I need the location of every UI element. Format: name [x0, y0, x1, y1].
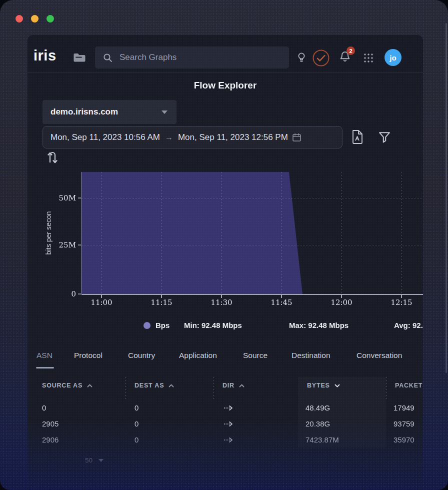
- chevron-down-icon: [98, 459, 104, 462]
- sort-desc-icon: [334, 384, 340, 388]
- table-header: SOURCE AS DEST AS DIR BYTES PACKETS: [28, 378, 423, 402]
- cell-bytes: 20.38G: [306, 416, 330, 432]
- column-separator: [126, 377, 126, 401]
- sort-asc-icon: [87, 384, 92, 388]
- page-size-select[interactable]: 50: [85, 456, 104, 464]
- flow-chart: bits per secon 11:00: [28, 35, 423, 315]
- x-tick-label: 12:00: [324, 298, 359, 307]
- legend-series-label: Bps: [156, 320, 170, 331]
- cell-bytes: 48.49G: [306, 400, 330, 416]
- gridline-vertical: [402, 172, 402, 294]
- legend-avg: Avg: 92.48 Mbps: [394, 320, 423, 331]
- cell-bytes: 7423.87M: [306, 432, 339, 448]
- legend-min: Min: 92.48 Mbps: [184, 320, 242, 331]
- direction-arrow-icon: [224, 436, 234, 444]
- col-header-bytes[interactable]: BYTES: [307, 382, 340, 389]
- tab-destination[interactable]: Destination: [292, 350, 330, 361]
- minimize-window-button[interactable]: [31, 15, 38, 22]
- cell-dest-as: 0: [134, 432, 138, 448]
- sort-asc-icon: [168, 384, 174, 388]
- tab-protocol[interactable]: Protocol: [74, 350, 102, 361]
- legend-dot-icon: [144, 322, 150, 329]
- y-tick: [78, 198, 81, 198]
- y-axis-line: [81, 172, 82, 294]
- column-separator: [214, 377, 214, 401]
- page-size-value: 50: [85, 456, 92, 464]
- cell-source-as: 2906: [42, 432, 58, 448]
- x-tick-label: 11:00: [84, 298, 119, 307]
- cell-packets: 35970: [394, 432, 414, 448]
- col-header-dest-as[interactable]: DEST AS: [134, 382, 174, 389]
- legend-max: Max: 92.48 Mbps: [289, 320, 348, 331]
- y-tick-label: 25M: [28, 240, 76, 250]
- plot-area: [82, 172, 423, 294]
- gridline-horizontal: [82, 198, 423, 198]
- table-row[interactable]: 2905 0 20.38G 93759: [28, 416, 423, 432]
- tab-source[interactable]: Source: [243, 350, 268, 361]
- gridline-horizontal: [82, 245, 423, 246]
- y-tick-label: 50M: [28, 194, 76, 202]
- tab-country[interactable]: Country: [128, 350, 155, 361]
- cell-source-as: 2905: [42, 416, 58, 432]
- x-tick-label: 11:45: [264, 298, 299, 307]
- breakdown-tabs: ASN Protocol Country Application Source …: [28, 350, 423, 370]
- tab-conversation[interactable]: Conversation: [356, 350, 402, 361]
- close-window-button[interactable]: [16, 15, 23, 22]
- y-tick-label: 0: [28, 290, 76, 298]
- bps-area-series: [82, 172, 423, 294]
- chart-legend: Bps Min: 92.48 Mbps Max: 92.48 Mbps Avg:…: [28, 320, 423, 331]
- tab-asn[interactable]: ASN: [36, 350, 52, 361]
- gridline-vertical: [102, 172, 102, 294]
- zoom-window-button[interactable]: [46, 15, 54, 22]
- macos-window: iris Search Graphs: [0, 0, 448, 490]
- table-row[interactable]: 2906 0 7423.87M 35970: [28, 432, 423, 448]
- gridline-vertical: [282, 172, 282, 294]
- column-separator: [386, 377, 386, 401]
- y-tick: [78, 294, 81, 294]
- active-tab-indicator: [36, 367, 54, 368]
- gridline-vertical: [162, 172, 162, 294]
- table-row[interactable]: 0 0 48.49G 17949: [28, 400, 423, 416]
- direction-arrow-icon: [224, 420, 234, 428]
- cell-packets: 93759: [394, 416, 414, 432]
- direction-arrow-icon: [224, 404, 234, 412]
- cell-source-as: 0: [42, 400, 46, 416]
- x-axis-line: [82, 294, 423, 295]
- x-tick-label: 11:15: [144, 298, 179, 307]
- x-tick-label: 11:30: [204, 298, 239, 307]
- col-header-packets[interactable]: PACKETS: [395, 382, 423, 389]
- y-tick: [78, 244, 81, 246]
- gridline-vertical: [222, 172, 222, 294]
- cell-packets: 17949: [394, 400, 414, 416]
- col-header-dir[interactable]: DIR: [222, 382, 244, 389]
- window-scrollbar[interactable]: [446, 23, 447, 373]
- cell-dest-as: 0: [134, 416, 138, 432]
- tab-application[interactable]: Application: [179, 350, 217, 361]
- gridline-vertical: [342, 172, 342, 294]
- x-tick-label: 12:15: [384, 298, 419, 307]
- sort-asc-icon: [239, 384, 244, 388]
- col-header-source-as[interactable]: SOURCE AS: [42, 382, 92, 389]
- iris-app: iris Search Graphs: [28, 35, 423, 490]
- cell-dest-as: 0: [134, 400, 138, 416]
